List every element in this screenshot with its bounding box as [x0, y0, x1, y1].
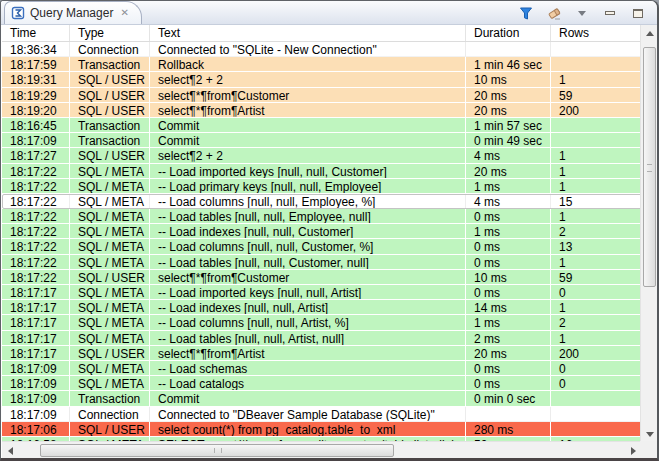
minimize-icon[interactable] — [601, 4, 619, 22]
cell-time: 18:17:22 — [2, 179, 70, 194]
cell-rows: 15 — [551, 194, 642, 209]
cell-time: 18:17:59 — [2, 57, 70, 72]
tab-query-manager[interactable]: Query Manager ✕ — [4, 1, 142, 24]
table-row[interactable]: 18:17:09SQL / META-- Load schemas0 ms0 — [2, 361, 642, 376]
cell-duration: 1 min 46 sec — [466, 57, 551, 72]
cell-rows: 1 — [551, 331, 642, 346]
cell-time: 18:17:09 — [2, 376, 70, 391]
cell-type: SQL / USER — [70, 422, 150, 437]
cell-rows: 0 — [551, 361, 642, 376]
cell-text: -- Load indexes [null, null, Artist] — [150, 300, 466, 315]
table-row[interactable]: 18:17:17SQL / META-- Load indexes [null,… — [2, 300, 642, 315]
cell-time: 18:17:22 — [2, 209, 70, 224]
cell-duration: 1 ms — [466, 224, 551, 239]
scroll-left-icon[interactable] — [2, 442, 19, 459]
table-body: 18:36:34ConnectionConnected to "SQLite -… — [2, 42, 642, 443]
cell-rows: 1 — [551, 179, 642, 194]
table-row[interactable]: 18:19:29SQL / USERselect¶*¶from¶Customer… — [2, 88, 642, 103]
cell-duration: 20 ms — [466, 88, 551, 103]
column-header-rows[interactable]: Rows — [551, 25, 642, 41]
table-row[interactable]: 18:17:22SQL / META-- Load columns [null,… — [2, 239, 642, 254]
cell-text: select¶2 + 2 — [150, 148, 466, 163]
table-row[interactable]: 18:17:09TransactionCommit0 min 0 sec — [2, 391, 642, 406]
table-row[interactable]: 18:17:22SQL / META-- Load tables [null, … — [2, 209, 642, 224]
cell-time: 18:19:29 — [2, 88, 70, 103]
cell-rows: 1 — [551, 148, 642, 163]
table-row[interactable]: 18:17:09TransactionCommit0 min 49 sec — [2, 133, 642, 148]
cell-duration: 0 ms — [466, 239, 551, 254]
view-menu-icon[interactable] — [573, 4, 591, 22]
cell-rows: 1 — [551, 209, 642, 224]
cell-duration: 20 ms — [466, 103, 551, 118]
cell-type: SQL / META — [70, 239, 150, 254]
cell-text: select count(*) from pg_catalog.table_to… — [150, 422, 466, 437]
horizontal-scrollbar[interactable] — [2, 441, 642, 458]
cell-type: Connection — [70, 42, 150, 57]
cell-type: Transaction — [70, 391, 150, 406]
cell-type: SQL / META — [70, 164, 150, 179]
cell-type: SQL / USER — [70, 103, 150, 118]
column-header-duration[interactable]: Duration — [466, 25, 551, 41]
cell-text: -- Load tables [null, null, Customer, nu… — [150, 255, 466, 270]
scrollbar-corner — [640, 441, 657, 458]
cell-time: 18:17:09 — [2, 361, 70, 376]
cell-type: SQL / META — [70, 224, 150, 239]
column-header-text[interactable]: Text — [150, 25, 466, 41]
table-row[interactable]: 18:17:22SQL / META-- Load tables [null, … — [2, 255, 642, 270]
cell-type: SQL / META — [70, 376, 150, 391]
cell-type: SQL / META — [70, 331, 150, 346]
column-header-type[interactable]: Type — [70, 25, 150, 41]
cell-time: 18:36:34 — [2, 42, 70, 57]
cell-time: 18:17:27 — [2, 148, 70, 163]
table-row[interactable]: 18:17:17SQL / USERselect¶*¶from¶Artist20… — [2, 346, 642, 361]
table-row[interactable]: 18:16:45TransactionCommit1 min 57 sec — [2, 118, 642, 133]
table-row[interactable]: 18:36:34ConnectionConnected to "SQLite -… — [2, 42, 642, 57]
table-row[interactable]: 18:17:17SQL / META-- Load imported keys … — [2, 285, 642, 300]
cell-time: 18:16:45 — [2, 118, 70, 133]
maximize-icon[interactable] — [629, 4, 647, 22]
vertical-scrollbar[interactable] — [640, 25, 657, 443]
cell-rows: 0 — [551, 285, 642, 300]
eraser-clear-icon[interactable] — [545, 4, 563, 22]
table-row[interactable]: 18:17:06SQL / USERselect count(*) from p… — [2, 422, 642, 437]
table-row[interactable]: 18:19:31SQL / USERselect¶2 + 210 ms1 — [2, 72, 642, 87]
cell-time: 18:19:31 — [2, 72, 70, 87]
table-row[interactable]: 18:17:27SQL / USERselect¶2 + 24 ms1 — [2, 148, 642, 163]
cell-time: 18:17:22 — [2, 194, 70, 209]
cell-time: 18:17:22 — [2, 270, 70, 285]
cell-rows — [551, 57, 642, 72]
scroll-up-icon[interactable] — [641, 25, 658, 42]
table-row[interactable]: 18:17:59TransactionRollback1 min 46 sec — [2, 57, 642, 72]
table-row[interactable]: 18:17:09ConnectionConnected to "DBeaver … — [2, 407, 642, 422]
table-row[interactable]: 18:17:22SQL / META-- Load imported keys … — [2, 164, 642, 179]
cell-rows — [551, 133, 642, 148]
cell-type: SQL / USER — [70, 148, 150, 163]
cell-type: Transaction — [70, 118, 150, 133]
table-row[interactable]: 18:17:17SQL / META-- Load columns [null,… — [2, 315, 642, 330]
cell-type: Transaction — [70, 133, 150, 148]
tab-close-icon[interactable]: ✕ — [118, 7, 130, 19]
table-header-row: TimeTypeTextDurationRows — [2, 25, 642, 42]
table-row[interactable]: 18:17:22SQL / USERselect¶*¶from¶Customer… — [2, 270, 642, 285]
cell-duration: 14 ms — [466, 300, 551, 315]
cell-text: Commit — [150, 133, 466, 148]
cell-type: SQL / USER — [70, 270, 150, 285]
table-row[interactable]: 18:17:22SQL / META-- Load primary keys [… — [2, 179, 642, 194]
cell-rows: 1 — [551, 300, 642, 315]
filter-icon[interactable] — [517, 4, 535, 22]
cell-type: Transaction — [70, 57, 150, 72]
cell-time: 18:17:09 — [2, 391, 70, 406]
table-row[interactable]: 18:17:22SQL / META-- Load columns [null,… — [2, 194, 642, 209]
vertical-scrollbar-thumb[interactable] — [643, 47, 656, 287]
table-row[interactable]: 18:17:22SQL / META-- Load indexes [null,… — [2, 224, 642, 239]
cell-rows — [551, 391, 642, 406]
cell-rows: 59 — [551, 88, 642, 103]
cell-duration: 2 ms — [466, 331, 551, 346]
table-row[interactable]: 18:17:09SQL / META-- Load catalogs0 ms0 — [2, 376, 642, 391]
cell-time: 18:17:22 — [2, 255, 70, 270]
horizontal-scrollbar-thumb[interactable] — [40, 444, 394, 457]
cell-text: -- Load indexes [null, null, Customer] — [150, 224, 466, 239]
column-header-time[interactable]: Time — [2, 25, 70, 41]
table-row[interactable]: 18:19:20SQL / USERselect¶*¶from¶Artist20… — [2, 103, 642, 118]
table-row[interactable]: 18:17:17SQL / META-- Load tables [null, … — [2, 331, 642, 346]
